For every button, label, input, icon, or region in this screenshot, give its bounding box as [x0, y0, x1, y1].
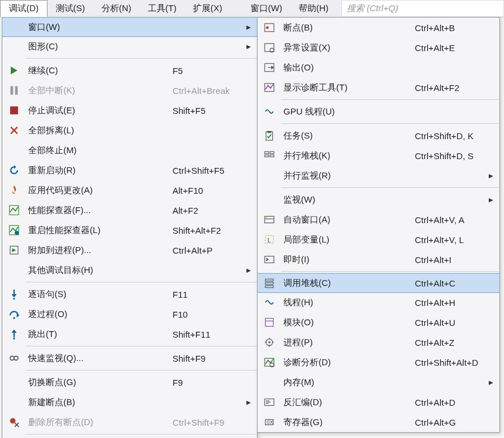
menu-item[interactable]: 任务(S)Ctrl+Shift+D, K: [258, 126, 499, 146]
svg-rect-34: [268, 131, 272, 133]
menu-item[interactable]: GPU 线程(U): [258, 102, 499, 122]
modules-icon: [258, 317, 281, 328]
menu-item[interactable]: 进程(P)Ctrl+Alt+Z: [258, 332, 499, 352]
menu-item[interactable]: 快速监视(Q)...Shift+F9: [2, 348, 257, 368]
diag-analysis-icon: [258, 357, 281, 368]
svg-point-26: [266, 26, 269, 29]
menu-item[interactable]: 窗口(W)▸: [2, 17, 258, 37]
svg-marker-18: [12, 329, 17, 333]
menu-item[interactable]: 异常设置(X)Ctrl+Alt+E: [258, 38, 499, 58]
diagnostics-icon: [258, 82, 281, 93]
svg-marker-11: [12, 248, 16, 252]
menu-item-label: 寄存器(G): [281, 417, 415, 428]
menu-item[interactable]: 线程(H)Ctrl+Alt+H: [258, 292, 499, 312]
menu-item-shortcut: Alt+F10: [172, 186, 243, 196]
menu-item-label: 自动窗口(A): [281, 214, 415, 225]
menu-item[interactable]: 反汇编(D)Ctrl+Alt+D: [258, 392, 499, 412]
menu-item-shortcut: Ctrl+Alt+C: [415, 278, 485, 288]
menu-item-label: 应用代码更改(A): [26, 185, 172, 196]
svg-rect-45: [265, 279, 273, 281]
menu-item[interactable]: 切换断点(G)F9: [2, 372, 257, 392]
menubar-item-extensions[interactable]: 扩展(X): [185, 0, 231, 17]
menu-item[interactable]: 应用代码更改(A)Alt+F10: [2, 180, 257, 200]
menu-item[interactable]: 内存(M)▸: [258, 372, 499, 392]
menu-item[interactable]: 自动窗口(A)Ctrl+Alt+V, A: [258, 210, 499, 230]
menu-item[interactable]: 其他调试目标(H)▸: [2, 260, 257, 280]
menu-item-label: 进程(P): [281, 337, 415, 348]
menu-item-label: 反汇编(D): [281, 397, 415, 408]
menu-item[interactable]: 显示诊断工具(T)Ctrl+Alt+F2: [258, 78, 499, 97]
svg-rect-38: [270, 155, 274, 157]
menubar-item-test[interactable]: 测试(S): [48, 0, 93, 17]
pause-icon: [2, 85, 26, 96]
menu-item[interactable]: 停止调试(E)Shift+F5: [2, 100, 257, 120]
menu-item-label: 图形(C): [26, 41, 172, 52]
attach-icon: [2, 245, 26, 255]
menu-item[interactable]: 断点(B)Ctrl+Alt+B: [258, 18, 499, 38]
menu-item[interactable]: 全部拆离(L): [2, 120, 257, 140]
menu-item[interactable]: 0X寄存器(G)Ctrl+Alt+G: [258, 412, 499, 432]
menu-item[interactable]: 重启性能探查器(L)Shift+Alt+F2: [2, 220, 257, 240]
svg-point-21: [14, 356, 18, 360]
menu-item-shortcut: Ctrl+Shift+D, K: [415, 131, 485, 141]
menubar-label: 调试(D): [9, 3, 39, 14]
menu-item[interactable]: L局部变量(L)Ctrl+Alt+V, L: [258, 230, 499, 250]
menu-item[interactable]: 输出(O): [258, 58, 499, 78]
menu-item[interactable]: 并行监视(R)▸: [258, 166, 499, 186]
menu-item-label: 监视(W): [281, 194, 415, 205]
detach-icon: [2, 125, 26, 136]
menu-item-shortcut: Ctrl+Shift+Alt+D: [415, 358, 485, 368]
menubar-item-help[interactable]: 帮助(H): [290, 0, 337, 17]
menubar-item-analyze[interactable]: 分析(N): [93, 0, 140, 17]
menu-item-shortcut: Ctrl+Alt+H: [415, 298, 485, 308]
svg-marker-0: [11, 66, 17, 75]
menu-item-shortcut: Ctrl+Alt+U: [415, 318, 485, 328]
menu-item-label: 模块(O): [281, 317, 415, 328]
menu-item[interactable]: 并行堆栈(K)Ctrl+Shift+D, S: [258, 146, 499, 166]
svg-point-14: [13, 298, 15, 299]
menubar-item-tools[interactable]: 工具(T): [140, 0, 185, 17]
menu-item-shortcut: Alt+F2: [172, 205, 243, 215]
call-stack-icon: [258, 278, 281, 288]
menu-item-label: 其他调试目标(H): [26, 265, 172, 276]
svg-rect-3: [10, 106, 18, 114]
menu-item-shortcut: Ctrl+Alt+V, L: [415, 235, 485, 245]
spacer: [231, 0, 242, 17]
play-icon: [2, 65, 26, 76]
menu-item[interactable]: 重新启动(R)Ctrl+Shift+F5: [2, 160, 257, 180]
menu-item[interactable]: 全部终止(M): [2, 140, 257, 160]
step-out-icon: [2, 329, 26, 339]
menu-item-shortcut: Ctrl+Alt+V, A: [415, 215, 485, 225]
menu-item[interactable]: 性能探查器(F)...Alt+F2: [2, 200, 257, 220]
menu-item[interactable]: 继续(C)F5: [2, 60, 257, 80]
stop-icon: [2, 105, 26, 116]
menu-item[interactable]: 图形(C)▸: [2, 36, 257, 56]
menu-item-label: 诊断分析(D): [281, 357, 415, 368]
svg-point-51: [268, 341, 270, 343]
menu-item-label: 内存(M): [281, 377, 415, 388]
exception-settings-icon: [258, 42, 281, 53]
menubar-item-window[interactable]: 窗口(W): [242, 0, 290, 17]
menubar-label: 测试(S): [56, 3, 85, 14]
menu-item[interactable]: 调用堆栈(C)Ctrl+Alt+C: [257, 273, 500, 293]
immediate-icon: [258, 254, 281, 265]
menu-item: 全部中断(K)Ctrl+Alt+Break: [2, 80, 257, 100]
search-input[interactable]: 搜索 (Ctrl+Q): [341, 0, 504, 17]
menu-item[interactable]: 新建断点(B)▸: [2, 392, 257, 412]
menu-item-label: 重启性能探查器(L): [26, 225, 172, 236]
menu-separator: [281, 99, 499, 100]
menu-item[interactable]: 逐过程(O)F10: [2, 304, 257, 324]
menu-item[interactable]: 监视(W)▸: [258, 190, 499, 210]
menu-item[interactable]: 诊断分析(D)Ctrl+Shift+Alt+D: [258, 352, 499, 372]
menubar-item-debug[interactable]: 调试(D): [0, 0, 48, 17]
menu-item[interactable]: 逐语句(S)F11: [2, 284, 257, 304]
svg-rect-27: [265, 43, 274, 52]
relaunch-profiler-icon: [2, 225, 26, 235]
menu-item[interactable]: 模块(O)Ctrl+Alt+U: [258, 312, 499, 332]
menu-item[interactable]: 即时(I)Ctrl+Alt+I: [258, 250, 499, 269]
submenu-arrow-icon: ▸: [485, 170, 493, 181]
submenu-arrow-icon: ▸: [243, 397, 251, 407]
menu-item-label: 逐语句(S): [26, 289, 172, 300]
menu-item[interactable]: 跳出(T)Shift+F11: [2, 324, 257, 344]
menu-item[interactable]: 附加到进程(P)...Ctrl+Alt+P: [2, 240, 257, 260]
